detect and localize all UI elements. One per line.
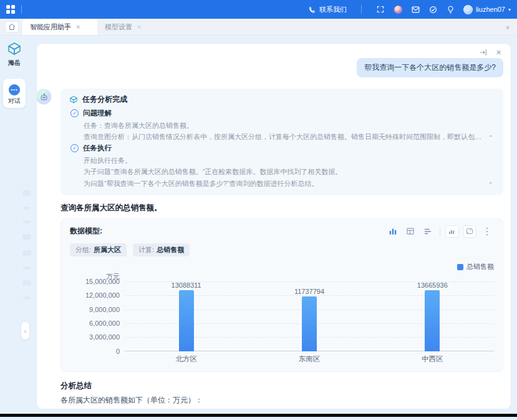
history-expand-button[interactable]: › xyxy=(21,321,30,340)
task-section-execution: ✓ 任务执行 开始执行任务。 为子问题“查询各所属大区的总销售额。”正在检索数据… xyxy=(69,144,495,188)
y-tick: 6,000,000 xyxy=(89,320,120,327)
history-rail xyxy=(21,190,32,300)
chart-card: 数据模型: xyxy=(60,218,503,372)
check-circle-icon[interactable] xyxy=(428,5,438,14)
table-view-icon[interactable] xyxy=(403,225,417,238)
expand-chart-icon[interactable] xyxy=(463,225,476,238)
x-category-label: 东南区 xyxy=(248,354,370,364)
measure-pill[interactable]: 计算:总销售额 xyxy=(133,243,190,256)
chart-type-dropdown[interactable] xyxy=(445,225,459,238)
collapse-panel-icon[interactable] xyxy=(478,47,488,57)
history-item-ghost xyxy=(22,280,31,286)
task-panel-title: 任务分析完成 xyxy=(82,94,127,105)
assistant-response: 任务分析完成 ✓ 问题理解 任务：查询各所属大区的总销售额。 查询意图分析：从门… xyxy=(44,89,503,409)
list-view-icon[interactable] xyxy=(421,225,435,238)
tab-model-settings[interactable]: 模型设置 × xyxy=(97,19,172,35)
y-tick: 12,000,000 xyxy=(85,291,120,299)
mail-icon[interactable] xyxy=(411,5,420,14)
brand-name: 海岳 xyxy=(7,59,22,67)
bar-value-label: 11737794 xyxy=(294,288,324,295)
close-icon[interactable]: × xyxy=(76,23,80,31)
section-line: 开始执行任务。 xyxy=(70,155,495,166)
close-panel-icon[interactable]: × xyxy=(494,47,503,57)
legend-swatch xyxy=(457,264,463,270)
bar-group: 13088311 xyxy=(125,281,248,351)
bar-value-label: 13088311 xyxy=(172,281,201,289)
bar-value-label: 13665936 xyxy=(417,281,448,289)
history-item-ghost xyxy=(23,220,31,223)
section-line: 为问题“帮我查询一下各个大区的销售额是多少?”查询到的数据进行分析总结。 xyxy=(70,178,495,189)
section-line: 查询意图分析：从门店销售情况分析表中，按所属大区分组，计算每个大区的总销售额。销… xyxy=(70,131,495,142)
bar-north[interactable] xyxy=(179,290,194,351)
collapse-section-icon[interactable]: ⌃ xyxy=(488,181,493,188)
theme-sphere-icon[interactable] xyxy=(394,5,403,14)
chart-legend[interactable]: 总销售额 xyxy=(70,263,494,271)
history-item-ghost xyxy=(22,250,31,256)
legend-label: 总销售额 xyxy=(466,262,494,271)
tab-assistant[interactable]: 智能应用助手 × xyxy=(22,19,97,35)
summary-title: 分析总结 xyxy=(60,381,503,391)
plot-area: 13088311 11737794 13665936 xyxy=(125,281,494,351)
bar-midwest[interactable] xyxy=(425,290,440,351)
history-item-ghost xyxy=(22,234,31,240)
lightbulb-icon[interactable] xyxy=(446,5,455,14)
tab-assistant-label: 智能应用助手 xyxy=(30,22,71,32)
main-area: 海岳 ••• 对话 › × 帮我查询一下各个大区的销售额是多少? xyxy=(0,36,517,417)
username-label: liuzhen07 xyxy=(476,6,505,13)
contact-us-button[interactable]: 联系我们 xyxy=(307,5,347,14)
summary-intro: 各所属大区的销售额如下（单位：万元）： xyxy=(60,395,503,406)
section-title: 任务执行 xyxy=(83,144,112,153)
cube-logo-icon xyxy=(7,42,22,56)
section-title: 问题理解 xyxy=(83,109,112,118)
section-line: 为子问题“查询各所属大区的总销售额。”正在检索数据库。数据库中找到了相关数据。 xyxy=(70,166,495,177)
cube-logo-icon xyxy=(69,95,78,104)
history-item-ghost xyxy=(23,266,31,270)
section-line: 任务：查询各所属大区的总销售额。 xyxy=(70,120,495,131)
x-category-label: 北方区 xyxy=(125,354,248,364)
toolbar-divider xyxy=(440,227,440,236)
chat-bubble-icon: ••• xyxy=(9,84,20,95)
brand-logo[interactable]: 海岳 xyxy=(7,42,22,67)
sidebar-item-chat-label: 对话 xyxy=(3,97,26,105)
y-tick: 3,000,000 xyxy=(89,333,120,341)
assistant-avatar xyxy=(36,89,52,105)
topbar-divider xyxy=(361,5,362,14)
x-category-label: 中西区 xyxy=(371,354,494,364)
group-by-pill[interactable]: 分组:所属大区 xyxy=(70,243,127,256)
tab-bar: 智能应用助手 × 模型设置 × » xyxy=(0,19,517,36)
task-analysis-card: 任务分析完成 ✓ 问题理解 任务：查询各所属大区的总销售额。 查询意图分析：从门… xyxy=(60,89,503,195)
bar-chart: 万元 15,000,000 12,000,000 9,000,000 6,000… xyxy=(70,281,494,351)
sidebar-item-chat[interactable]: ••• 对话 xyxy=(3,79,26,108)
chevron-down-icon: ▾ xyxy=(508,7,511,12)
bar-group: 11737794 xyxy=(248,281,370,351)
collapse-section-icon[interactable]: ⌃ xyxy=(488,134,493,141)
check-circle-icon: ✓ xyxy=(70,109,79,117)
query-result-title: 查询各所属大区的总销售额。 xyxy=(60,203,503,213)
y-axis: 万元 15,000,000 12,000,000 9,000,000 6,000… xyxy=(70,281,125,351)
topbar-divider xyxy=(21,5,22,14)
bar-chart-view-icon[interactable] xyxy=(386,225,400,238)
bar-southeast[interactable] xyxy=(302,296,317,351)
home-button[interactable] xyxy=(5,21,19,32)
y-tick: 9,000,000 xyxy=(89,306,120,313)
chat-panel: × 帮我查询一下各个大区的销售额是多少? 任务分析完成 xyxy=(36,43,511,409)
history-item-ghost xyxy=(23,207,31,210)
contact-us-label: 联系我们 xyxy=(319,5,347,14)
y-tick: 15,000,000 xyxy=(85,278,120,285)
more-options-icon[interactable]: ⋮ xyxy=(480,225,494,238)
history-item-ghost xyxy=(22,190,31,196)
user-message-bubble: 帮我查询一下各个大区的销售额是多少? xyxy=(357,58,503,77)
data-model-title: 数据模型: xyxy=(70,226,102,237)
tabbar-collapse-button[interactable]: » xyxy=(507,19,517,35)
close-icon[interactable]: × xyxy=(137,23,141,31)
fullscreen-icon[interactable] xyxy=(376,5,385,14)
bar-group: 13665936 xyxy=(371,281,494,351)
check-circle-icon: ✓ xyxy=(70,144,79,152)
y-tick: 0 xyxy=(116,348,120,355)
phone-icon xyxy=(307,5,317,14)
history-item-ghost xyxy=(23,296,31,300)
tab-model-settings-label: 模型设置 xyxy=(105,22,132,32)
user-avatar xyxy=(463,5,473,14)
user-account-menu[interactable]: liuzhen07 ▾ xyxy=(463,5,511,14)
app-grid-icon[interactable] xyxy=(6,5,15,14)
